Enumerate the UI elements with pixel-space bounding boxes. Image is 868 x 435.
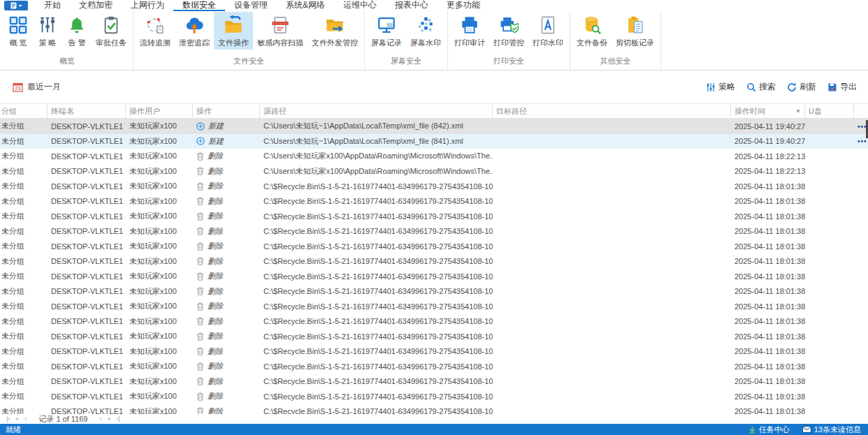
ribbon-button-folder-out[interactable]: 文件外发管控 bbox=[308, 12, 362, 50]
operation-cell: 删除 bbox=[193, 226, 260, 237]
table-row[interactable]: 未分组DESKTOP-VLKTLE1未知玩家x100删除C:\$Recycle.… bbox=[0, 404, 868, 415]
table-row[interactable]: 未分组DESKTOP-VLKTLE1未知玩家x100删除C:\$Recycle.… bbox=[0, 299, 868, 314]
operation-label: 删除 bbox=[208, 256, 223, 267]
time-cell: 2025-04-11 18:01:38 bbox=[731, 407, 805, 414]
table-row[interactable]: 未分组DESKTOP-VLKTLE1未知玩家x100删除C:\Users\未知玩… bbox=[0, 164, 868, 179]
operation-cell: 删除 bbox=[193, 256, 260, 267]
operation-cell: 删除 bbox=[193, 271, 260, 281]
ribbon-button-cycle[interactable]: 流转追溯 bbox=[136, 12, 175, 50]
column-header-1[interactable]: 终端名 bbox=[48, 104, 126, 118]
table-row[interactable]: 未分组DESKTOP-VLKTLE1未知玩家x100删除C:\$Recycle.… bbox=[0, 269, 868, 284]
trash-icon bbox=[196, 377, 204, 385]
terminal-cell: DESKTOP-VLKTLE1 bbox=[48, 272, 126, 281]
table-row[interactable]: 未分组DESKTOP-VLKTLE1未知玩家x100删除C:\$Recycle.… bbox=[0, 359, 868, 374]
menu-tab-2[interactable]: 上网行为 bbox=[122, 0, 173, 11]
table-row[interactable]: 未分组DESKTOP-VLKTLE1未知玩家x100删除C:\$Recycle.… bbox=[0, 239, 868, 254]
next-block-button[interactable]: » bbox=[106, 415, 111, 423]
table-row[interactable]: 未分组DESKTOP-VLKTLE1未知玩家x100删除C:\$Recycle.… bbox=[0, 329, 868, 344]
app-menu-button[interactable] bbox=[4, 1, 28, 10]
first-page-button[interactable]: |‹ bbox=[6, 415, 10, 423]
menu-tab-8[interactable]: 更多功能 bbox=[437, 0, 489, 11]
column-header-label: 源路径 bbox=[263, 106, 287, 117]
operation-cell: 删除 bbox=[193, 346, 260, 357]
printer-shield-icon bbox=[498, 15, 519, 36]
table-row[interactable]: 未分组DESKTOP-VLKTLE1未知玩家x100删除C:\$Recycle.… bbox=[0, 284, 868, 300]
search-button[interactable]: 搜索 bbox=[746, 81, 776, 93]
ribbon-button-monitor[interactable]: 屏幕记录 bbox=[367, 12, 406, 50]
last-page-button[interactable]: ›| bbox=[116, 415, 121, 423]
time-filter-caret-icon[interactable]: ▼ bbox=[795, 108, 801, 115]
next-page-button[interactable]: › bbox=[99, 415, 102, 423]
operation-cell: 删除 bbox=[193, 196, 260, 207]
table-row[interactable]: 未分组DESKTOP-VLKTLE1未知玩家x100删除C:\$Recycle.… bbox=[0, 224, 868, 239]
ribbon-button-folder-back[interactable]: 文件操作 bbox=[214, 12, 253, 50]
export-button[interactable]: 导出 bbox=[827, 81, 857, 93]
row-menu-button[interactable]: ••• bbox=[858, 138, 867, 145]
ribbon-button-printer-shield[interactable]: 打印管控 bbox=[489, 12, 528, 50]
menu-tab-7[interactable]: 报表中心 bbox=[386, 0, 437, 11]
ribbon-button-printer[interactable]: 打印审计 bbox=[450, 12, 489, 50]
ribbon-button-clipboard-check[interactable]: 审批任务 bbox=[92, 12, 131, 50]
table-row[interactable]: 未分组DESKTOP-VLKTLE1未知玩家x100删除C:\$Recycle.… bbox=[0, 254, 868, 270]
menu-tab-3[interactable]: 数据安全 bbox=[173, 0, 225, 11]
table-row[interactable]: 未分组DESKTOP-VLKTLE1未知玩家x100删除C:\$Recycle.… bbox=[0, 344, 868, 360]
menu-tab-0[interactable]: 开始 bbox=[35, 0, 70, 11]
group-cell: 未分组 bbox=[0, 121, 48, 131]
ribbon-button-doc-scan[interactable]: 敏感内容扫描 bbox=[253, 12, 308, 50]
column-header-6[interactable]: 操作时间▼ bbox=[731, 104, 805, 118]
menu-tab-6[interactable]: 运维中心 bbox=[334, 0, 386, 11]
ribbon-button-label: 屏幕记录 bbox=[371, 38, 402, 48]
source-path-cell: C:\$Recycle.Bin\S-1-5-21-1619774401-6349… bbox=[260, 197, 493, 205]
column-header-3[interactable]: 操作 bbox=[193, 104, 260, 118]
trash-icon bbox=[196, 362, 204, 371]
column-header-5[interactable]: 目标路径 bbox=[493, 104, 731, 118]
date-filter-dropdown[interactable]: 23 最近一月 bbox=[13, 81, 61, 93]
ribbon-button-grid[interactable]: 概 览 bbox=[3, 12, 33, 50]
plus-circle-icon bbox=[196, 137, 205, 145]
column-header-4[interactable]: 源路径 bbox=[260, 104, 493, 118]
group-cell: 未分组 bbox=[0, 196, 48, 207]
ribbon-button-cloud-up[interactable]: 泄密追踪 bbox=[175, 12, 214, 50]
group-cell: 未分组 bbox=[0, 346, 48, 357]
operation-label: 删除 bbox=[208, 406, 223, 414]
table-row[interactable]: 未分组DESKTOP-VLKTLE1未知玩家x100删除C:\Users\未知玩… bbox=[0, 149, 868, 164]
ribbon-button-db-search[interactable]: 文件备份 bbox=[572, 12, 612, 50]
column-header-label: 目标路径 bbox=[496, 106, 527, 117]
menu-tab-5[interactable]: 系统&网络 bbox=[277, 0, 334, 11]
column-header-7[interactable]: U盘 bbox=[805, 104, 854, 118]
ribbon-button-label: 屏幕水印 bbox=[410, 38, 441, 48]
ribbon-button-sliders[interactable]: 策 略 bbox=[33, 12, 62, 50]
ribbon-button-clipboard-doc[interactable]: 剪切板记录 bbox=[612, 12, 658, 50]
table-row[interactable]: 未分组DESKTOP-VLKTLE1未知玩家x100删除C:\$Recycle.… bbox=[0, 194, 868, 209]
trash-icon bbox=[196, 332, 204, 341]
operation-label: 删除 bbox=[208, 316, 223, 327]
ribbon-button-pixels[interactable]: 屏幕水印 bbox=[406, 12, 445, 50]
messages-button[interactable]: 13条未读信息 bbox=[802, 425, 861, 435]
task-center-button[interactable]: 任务中心 bbox=[748, 425, 790, 435]
table-row[interactable]: 未分组DESKTOP-VLKTLE1未知玩家x100删除C:\$Recycle.… bbox=[0, 314, 868, 330]
user-cell: 未知玩家x100 bbox=[126, 271, 193, 281]
time-cell: 2025-04-11 18:01:38 bbox=[731, 317, 805, 325]
trash-icon bbox=[196, 272, 204, 281]
policy-button[interactable]: 策略 bbox=[706, 81, 735, 93]
table-row[interactable]: 未分组DESKTOP-VLKTLE1未知玩家x100删除C:\$Recycle.… bbox=[0, 389, 868, 404]
column-header-0[interactable]: 分组 bbox=[0, 104, 48, 118]
ribbon-button-label: 打印审计 bbox=[454, 38, 485, 48]
table-row[interactable]: 未分组DESKTOP-VLKTLE1未知玩家x100新建C:\Users\未知玩… bbox=[0, 134, 868, 149]
db-search-icon bbox=[581, 15, 602, 36]
refresh-button[interactable]: 刷新 bbox=[787, 81, 816, 93]
trash-icon bbox=[196, 302, 204, 311]
table-row[interactable]: 未分组DESKTOP-VLKTLE1未知玩家x100删除C:\$Recycle.… bbox=[0, 209, 868, 224]
time-cell: 2025-04-11 18:01:38 bbox=[731, 227, 805, 235]
prev-page-button[interactable]: ‹ bbox=[24, 415, 27, 423]
column-header-2[interactable]: 操作用户 bbox=[126, 104, 193, 118]
table-row[interactable]: 未分组DESKTOP-VLKTLE1未知玩家x100删除C:\$Recycle.… bbox=[0, 179, 868, 194]
menu-tab-1[interactable]: 文档加密 bbox=[70, 0, 122, 11]
menu-tab-4[interactable]: 设备管理 bbox=[225, 0, 277, 11]
ribbon-button-bell[interactable]: 告 警 bbox=[62, 12, 92, 50]
user-cell: 未知玩家x100 bbox=[126, 226, 193, 237]
prev-block-button[interactable]: « bbox=[15, 415, 20, 423]
table-row[interactable]: 未分组DESKTOP-VLKTLE1未知玩家x100新建C:\Users\未知玩… bbox=[0, 119, 868, 134]
ribbon-button-doc-a[interactable]: 打印水印 bbox=[528, 12, 567, 50]
table-row[interactable]: 未分组DESKTOP-VLKTLE1未知玩家x100删除C:\$Recycle.… bbox=[0, 374, 868, 390]
